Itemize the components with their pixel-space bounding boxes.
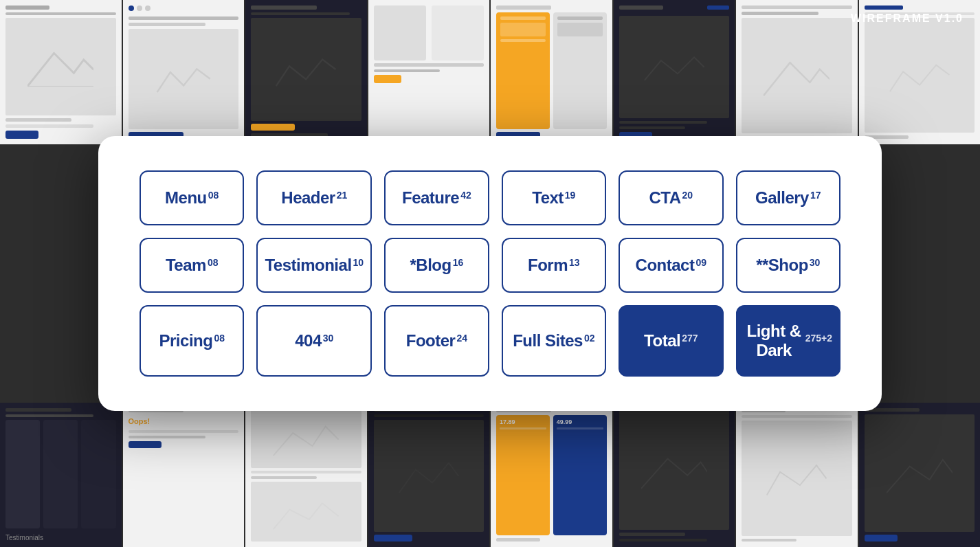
category-count: 275+2 [805, 333, 832, 343]
category-count: 30 [810, 258, 821, 267]
category-btn-feature[interactable]: Feature42 [384, 170, 489, 225]
bg-panel [245, 403, 367, 547]
bg-panel [245, 0, 367, 144]
main-card: Menu08Header21Feature42Text19CTA20Galler… [98, 136, 882, 411]
category-btn-gallery[interactable]: Gallery17 [736, 170, 840, 225]
bg-panel: Testimonials [0, 403, 122, 547]
bg-bottom-row: Testimonials Oops! [0, 403, 980, 547]
category-count: 08 [208, 190, 219, 200]
category-btn-blog[interactable]: *Blog16 [384, 238, 489, 293]
category-btn-total[interactable]: Total277 [619, 305, 723, 377]
category-label: 404 [295, 331, 322, 350]
category-count: 08 [214, 333, 225, 343]
bg-panel [614, 0, 735, 144]
bg-panel [0, 0, 122, 144]
category-btn-team[interactable]: Team08 [140, 238, 244, 293]
category-count: 20 [682, 190, 693, 200]
category-label: Total [644, 331, 680, 350]
category-label: Pricing [159, 331, 213, 350]
category-btn-text[interactable]: Text19 [502, 170, 606, 225]
category-btn-form[interactable]: Form13 [502, 238, 606, 293]
bg-panel [736, 403, 858, 547]
category-btn-404[interactable]: 40430 [256, 305, 372, 377]
bg-panel: 17.89 49.99 [491, 403, 612, 547]
category-btn-fullsites[interactable]: Full Sites02 [502, 305, 606, 377]
category-label: Menu [165, 188, 207, 208]
bg-panel [491, 0, 612, 144]
category-label: CTA [649, 188, 680, 208]
version-badge: WIREFRAME V1.0 [851, 12, 964, 25]
category-count: 24 [456, 333, 467, 343]
category-count: 42 [460, 190, 471, 200]
category-label: Gallery [755, 188, 809, 208]
bg-panel [368, 403, 490, 547]
category-label: Testimonial [265, 256, 351, 275]
category-count: 17 [810, 190, 821, 200]
category-count: 21 [337, 190, 348, 200]
category-label: Light & Dark [744, 322, 804, 360]
category-label: Text [532, 188, 564, 208]
category-count: 08 [208, 258, 219, 267]
bg-panel [368, 0, 490, 144]
category-label: Feature [402, 188, 459, 208]
category-btn-cta[interactable]: CTA20 [619, 170, 723, 225]
category-btn-menu[interactable]: Menu08 [140, 170, 244, 225]
category-label: Team [166, 256, 206, 275]
category-btn-pricing[interactable]: Pricing08 [140, 305, 244, 377]
category-count: 30 [323, 333, 334, 343]
category-label: **Shop [756, 256, 808, 275]
category-label: *Blog [410, 256, 451, 275]
category-count: 19 [565, 190, 576, 200]
category-count: 09 [695, 258, 706, 267]
category-label: Full Sites [513, 331, 583, 350]
bg-panel [123, 0, 245, 144]
category-grid: Menu08Header21Feature42Text19CTA20Galler… [140, 170, 840, 377]
category-count: 277 [682, 333, 698, 343]
category-btn-header[interactable]: Header21 [256, 170, 372, 225]
category-count: 16 [453, 258, 464, 267]
bg-panel [736, 0, 858, 144]
category-label: Header [281, 188, 335, 208]
bg-panel [614, 403, 735, 547]
category-btn-contact[interactable]: Contact09 [619, 238, 723, 293]
bg-panel [859, 403, 981, 547]
category-btn-lightdark[interactable]: Light & Dark275+2 [736, 305, 840, 377]
category-btn-testimonial[interactable]: Testimonial10 [256, 238, 372, 293]
category-label: Contact [636, 256, 695, 275]
category-label: Form [528, 256, 568, 275]
category-count: 10 [353, 258, 364, 267]
category-btn-shop[interactable]: **Shop30 [736, 238, 840, 293]
category-count: 02 [584, 333, 595, 343]
category-count: 13 [569, 258, 580, 267]
category-label: Footer [406, 331, 456, 350]
category-btn-footer[interactable]: Footer24 [384, 305, 489, 377]
bg-top-row [0, 0, 980, 144]
bg-panel: Oops! [123, 403, 245, 547]
